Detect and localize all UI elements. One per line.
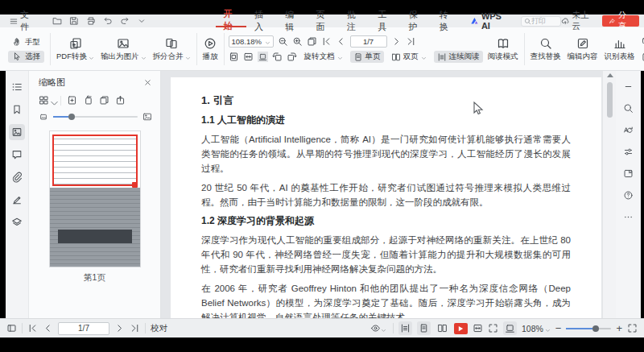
view-mode-button[interactable]	[369, 321, 388, 335]
single-page-button[interactable]: 单页	[350, 51, 384, 63]
close-icon[interactable]	[143, 78, 152, 87]
zoom-slider-handle[interactable]	[592, 325, 599, 332]
tab-编辑[interactable]: 编辑	[277, 14, 308, 27]
copy-page-icon[interactable]	[99, 95, 109, 106]
double-page-button[interactable]: 双页	[388, 51, 430, 63]
fit-visible-icon[interactable]	[258, 52, 268, 62]
undo-icon[interactable]	[103, 16, 113, 26]
tab-批注[interactable]: 批注	[339, 14, 369, 27]
screenshot-compare-button[interactable]: 截图对比	[638, 35, 644, 48]
tab-工具[interactable]: 工具	[369, 14, 400, 27]
rotate-page-icon[interactable]	[83, 95, 93, 106]
pdf-convert-button[interactable]: PDF转换	[53, 30, 97, 68]
find-replace-button[interactable]: 查找替换	[527, 30, 564, 68]
comment-icon[interactable]	[9, 147, 25, 163]
outline-icon[interactable]	[9, 79, 25, 95]
page-thumbnail[interactable]	[50, 131, 140, 267]
zoom-out-icon[interactable]	[278, 36, 288, 47]
next-page-icon[interactable]	[391, 36, 402, 47]
fit-screen-icon[interactable]	[488, 323, 498, 333]
split-merge-button[interactable]: 拆分合并	[150, 30, 194, 68]
translate-icon[interactable]	[621, 122, 636, 137]
prev-page-icon[interactable]	[43, 323, 53, 333]
first-page-icon[interactable]	[321, 36, 332, 47]
single-page-toggle[interactable]	[417, 321, 431, 335]
save-icon[interactable]	[69, 16, 79, 26]
open-folder-icon[interactable]	[52, 16, 62, 26]
pages-icon[interactable]	[307, 36, 317, 47]
grid-view-icon[interactable]	[39, 95, 55, 106]
search-icon[interactable]	[621, 101, 636, 115]
hand-tool-button[interactable]: 手型	[8, 36, 44, 48]
zoom-in-button[interactable]: +	[616, 322, 622, 334]
select-tool-button[interactable]: 选择	[8, 51, 44, 63]
fit-page-icon[interactable]	[229, 52, 239, 62]
zoom-level-button[interactable]: 108%	[522, 324, 551, 333]
last-page-icon[interactable]	[406, 36, 416, 47]
play-button[interactable]	[454, 323, 468, 334]
help-icon[interactable]	[621, 188, 636, 202]
read-mode-button[interactable]: 阅读模式	[485, 30, 522, 68]
thumbnail-size-slider[interactable]	[53, 116, 138, 118]
image-large-icon[interactable]	[142, 112, 152, 122]
last-page-icon[interactable]	[130, 323, 140, 333]
next-page-icon[interactable]	[114, 323, 125, 333]
attachment-icon[interactable]	[9, 169, 25, 185]
panel-toggle-icon[interactable]	[6, 323, 17, 333]
rotate-left-icon[interactable]	[272, 52, 283, 62]
scroll-up-arrow[interactable]	[607, 73, 613, 77]
zoom-slider[interactable]	[566, 328, 611, 329]
thumbnail-icon[interactable]	[9, 124, 25, 140]
edit-content-button[interactable]: 编辑内容	[564, 30, 601, 68]
rotate-doc-button[interactable]: 旋转文档	[301, 51, 346, 63]
share-button[interactable]: 分享	[602, 15, 639, 27]
play-button[interactable]: 播放	[200, 30, 221, 68]
image-small-icon[interactable]	[39, 112, 48, 122]
viewport-indicator[interactable]	[52, 135, 138, 186]
redo-icon[interactable]	[120, 16, 130, 26]
prev-page-icon[interactable]	[336, 36, 346, 47]
rotate-right-icon[interactable]	[287, 52, 297, 62]
double-page-toggle[interactable]	[436, 321, 449, 335]
page-indicator-box[interactable]: 1/7	[58, 322, 109, 335]
document-scrollbar[interactable]	[602, 71, 616, 318]
first-page-icon[interactable]	[27, 323, 38, 333]
fit-width-icon[interactable]	[243, 52, 254, 62]
continuous-reading-button[interactable]: 连续阅读	[434, 51, 483, 63]
print-icon[interactable]	[86, 16, 96, 26]
signature-icon[interactable]	[9, 192, 25, 208]
chevron-down-icon[interactable]	[137, 16, 147, 26]
page-indicator-box[interactable]: 1/7	[350, 35, 387, 48]
slider-handle[interactable]	[68, 114, 75, 120]
fit-page-toggle[interactable]	[503, 321, 517, 335]
cloud-status-button[interactable]: 未上云	[561, 10, 594, 32]
bookmark-icon[interactable]	[9, 101, 25, 118]
collapse-icon[interactable]	[621, 79, 636, 93]
pdf-page[interactable]: 1. 引言1.1 人工智能的演进人工智能（Artificial Intellig…	[171, 77, 601, 318]
fullscreen-icon[interactable]	[627, 323, 638, 333]
proofread-button[interactable]: 校对	[151, 323, 167, 334]
tab-页面[interactable]: 页面	[308, 14, 339, 27]
wps-ai-button[interactable]: WPS AI	[470, 11, 510, 31]
tab-开始[interactable]: 开始	[216, 14, 246, 27]
more-icon[interactable]	[621, 209, 636, 224]
reader-icon[interactable]	[621, 166, 636, 180]
tab-插入[interactable]: 插入	[246, 14, 277, 27]
tab-保护[interactable]: 保护	[400, 14, 431, 27]
insert-page-icon[interactable]	[67, 95, 77, 106]
fit-width-icon[interactable]	[473, 323, 483, 333]
detect-table-button[interactable]: 识别表格	[601, 30, 638, 68]
layers-icon[interactable]	[9, 214, 25, 230]
tab-转换[interactable]: 转换	[431, 14, 462, 27]
continuous-reading-toggle[interactable]	[398, 321, 412, 335]
extract-page-icon[interactable]	[115, 95, 126, 106]
command-search-input[interactable]	[531, 17, 559, 25]
zoom-out-button[interactable]: −	[555, 322, 562, 334]
export-image-button[interactable]: 输出为图片	[97, 30, 150, 68]
scrollbar-thumb[interactable]	[607, 82, 613, 118]
settings-icon[interactable]	[621, 144, 636, 159]
zoom-combo[interactable]: 108.18%	[229, 35, 274, 48]
zoom-in-icon[interactable]	[292, 36, 303, 47]
compress-button[interactable]: 压缩	[638, 51, 644, 63]
command-search-box[interactable]	[521, 16, 561, 27]
